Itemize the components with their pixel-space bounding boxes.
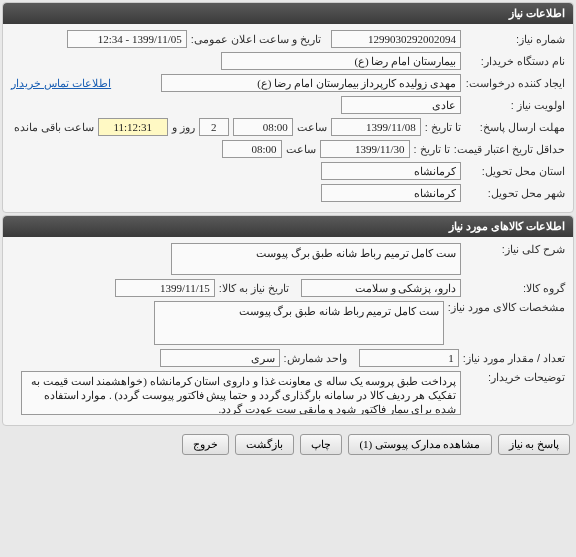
- notes-label: توضیحات خریدار:: [465, 371, 565, 384]
- deadline-date-field: [331, 118, 421, 136]
- respond-button[interactable]: پاسخ به نیاز: [498, 434, 571, 455]
- qty-field: [359, 349, 459, 367]
- need-info-panel: اطلاعات نیاز شماره نیاز: تاریخ و ساعت اع…: [2, 2, 574, 213]
- min-valid-to-label: تا تاریخ :: [414, 143, 450, 156]
- priority-field: [341, 96, 461, 114]
- city-field: [321, 184, 461, 202]
- min-valid-date-field: [320, 140, 410, 158]
- org-field: [221, 52, 461, 70]
- deadline-label: مهلت ارسال پاسخ:: [465, 121, 565, 134]
- deadline-time-label: ساعت: [297, 121, 327, 134]
- goods-info-body: شرح کلی نیاز: گروه کالا: تاریخ نیاز به ک…: [3, 237, 573, 425]
- need-no-label: شماره نیاز:: [465, 33, 565, 46]
- time-remain-label: ساعت باقی مانده: [14, 121, 94, 134]
- group-field: [301, 279, 461, 297]
- days-remain-field: [199, 118, 229, 136]
- need-info-title: اطلاعات نیاز: [509, 7, 565, 19]
- qty-label: تعداد / مقدار مورد نیاز:: [463, 352, 565, 365]
- pub-dt-field: [67, 30, 187, 48]
- back-button[interactable]: بازگشت: [235, 434, 294, 455]
- min-valid-label: حداقل تاریخ اعتبار قیمت:: [454, 143, 565, 156]
- attachments-button[interactable]: مشاهده مدارک پیوستی (1): [348, 434, 491, 455]
- print-button[interactable]: چاپ: [300, 434, 342, 455]
- desc-field: [171, 243, 461, 275]
- unit-field: [160, 349, 280, 367]
- goods-date-field: [115, 279, 215, 297]
- contact-link[interactable]: اطلاعات تماس خریدار: [11, 77, 111, 90]
- goods-info-header: اطلاعات کالاهای مورد نیاز: [3, 216, 573, 237]
- to-date-label: تا تاریخ :: [425, 121, 461, 134]
- city-label: شهر محل تحویل:: [465, 187, 565, 200]
- time-remain-field: [98, 118, 168, 136]
- spec-label: مشخصات کالای مورد نیاز:: [448, 301, 565, 314]
- notes-field: [21, 371, 461, 415]
- need-info-body: شماره نیاز: تاریخ و ساعت اعلان عمومی: نا…: [3, 24, 573, 212]
- priority-label: اولویت نیاز :: [465, 99, 565, 112]
- unit-label: واحد شمارش:: [284, 352, 347, 365]
- org-label: نام دستگاه خریدار:: [465, 55, 565, 68]
- pub-dt-label: تاریخ و ساعت اعلان عمومی:: [191, 33, 321, 46]
- exit-button[interactable]: خروج: [182, 434, 229, 455]
- deadline-time-field: [233, 118, 293, 136]
- button-bar: پاسخ به نیاز مشاهده مدارک پیوستی (1) چاپ…: [0, 428, 576, 461]
- min-valid-time-field: [222, 140, 282, 158]
- goods-date-label: تاریخ نیاز به کالا:: [219, 282, 289, 295]
- goods-info-panel: اطلاعات کالاهای مورد نیاز شرح کلی نیاز: …: [2, 215, 574, 426]
- creator-label: ایجاد کننده درخواست:: [465, 77, 565, 90]
- spec-field: [154, 301, 444, 345]
- days-remain-label: روز و: [172, 121, 195, 134]
- province-label: استان محل تحویل:: [465, 165, 565, 178]
- group-label: گروه کالا:: [465, 282, 565, 295]
- desc-label: شرح کلی نیاز:: [465, 243, 565, 256]
- min-valid-time-label: ساعت: [286, 143, 316, 156]
- creator-field: [161, 74, 461, 92]
- goods-info-title: اطلاعات کالاهای مورد نیاز: [449, 220, 565, 232]
- need-no-field: [331, 30, 461, 48]
- province-field: [321, 162, 461, 180]
- need-info-header: اطلاعات نیاز: [3, 3, 573, 24]
